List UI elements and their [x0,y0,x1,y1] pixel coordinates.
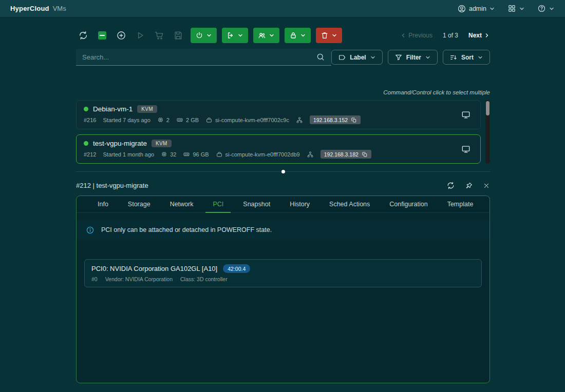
next-page-button[interactable]: Next [468,32,490,39]
pin-button[interactable] [465,182,473,190]
marketplace-cart-button[interactable] [152,28,166,43]
page-count: 1 of 3 [443,32,458,39]
detail-refresh-button[interactable] [446,181,455,190]
topbar-right: admin [445,4,555,13]
select-all-checkbox[interactable] [95,28,109,43]
sort-button[interactable]: Sort [443,50,490,65]
app-title: VMs [53,5,66,12]
vm-cpu: 32 [170,151,176,158]
chevron-down-icon [370,54,376,61]
carousel-pagination [76,169,490,175]
label-button-text: Label [350,54,366,61]
search-input[interactable] [82,53,316,61]
vm-ip-copy-chip[interactable]: 192.168.3.152 [310,115,361,124]
tab-storage[interactable]: Storage [118,196,160,212]
vm-memory: 96 GB [193,151,209,158]
filter-button-text: Filter [406,54,421,61]
previous-page-button[interactable]: Previous [400,32,432,39]
user-name: admin [469,5,486,12]
search-icon[interactable] [316,52,325,62]
migrate-actions-button[interactable] [222,28,248,43]
pci-vendor: Vendor: NVIDIA Corporation [105,276,173,282]
users-icon [258,31,266,40]
vm-card-debian-vm-1[interactable]: Debian-vm-1 KVM #216 Started 7 days ago … [76,100,481,129]
app-root: HyperCloud VMs admin [0,0,565,17]
copy-icon [351,117,357,123]
list-scrollbar[interactable] [485,100,490,164]
tab-template[interactable]: Template [438,196,483,212]
monitor-icon [461,110,471,120]
tab-info[interactable]: Info [88,196,118,212]
vm-ip-copy-chip[interactable]: 192.168.3.182 [321,150,371,159]
chevron-down-icon [206,32,212,38]
refresh-button[interactable] [76,28,90,43]
filter-button[interactable]: Filter [388,50,438,65]
delete-actions-button[interactable] [316,28,342,43]
pci-class: Class: 3D controller [180,276,228,282]
vm-card-test-vgpu-migrate[interactable]: test-vgpu-migrate KVM #212 Started 1 mon… [76,134,481,164]
network-icon [307,151,314,158]
chevron-left-icon [400,32,406,38]
pci-device-card[interactable]: PCI0: NVIDIA Corporation GA102GL [A10] 4… [84,259,482,287]
tab-history[interactable]: History [280,196,319,212]
apps-menu[interactable] [507,4,525,13]
help-menu[interactable] [537,4,555,13]
tab-snapshot[interactable]: Snapshot [233,196,280,212]
next-label: Next [468,32,482,39]
label-tag-icon [338,53,346,62]
chevron-down-icon [425,54,431,61]
tab-configuration[interactable]: Configuration [380,196,437,212]
help-icon [537,4,546,13]
tab-pci[interactable]: PCI [203,196,233,212]
pci-info-alert: PCI only can be attached or detached in … [77,220,489,240]
create-vm-button[interactable] [114,28,128,43]
resume-button[interactable] [133,28,147,43]
user-menu[interactable]: admin [457,4,495,13]
indeterminate-checkbox-icon [98,31,106,40]
ownership-actions-button[interactable] [253,28,279,43]
scrollbar-thumb[interactable] [486,101,489,115]
vnc-console-button[interactable] [459,142,473,156]
label-button[interactable]: Label [331,50,382,65]
search-row: Label Filter [76,49,490,66]
vm-memory: 2 GB [186,117,199,123]
migrate-icon [227,31,235,40]
brand: HyperCloud VMs [10,5,66,12]
pci-address-badge: 42:00.4 [223,264,250,273]
search-bar [76,49,331,66]
vm-running-state-dot [84,107,88,111]
vm-running-state-dot [84,141,88,146]
tab-sched-actions[interactable]: Sched Actions [319,196,380,212]
vm-actions-toolbar [76,28,342,43]
vm-cpu: 2 [166,117,170,123]
chevron-down-icon [237,32,243,38]
vm-ip: 192.168.3.182 [324,151,359,158]
vm-ip: 192.168.3.152 [313,117,348,123]
chevron-down-icon [300,32,306,38]
detail-header: #212 | test-vgpu-migrate [76,181,490,190]
hypervisor-badge: KVM [152,140,172,147]
toolbar-row: Previous 1 of 3 Next [76,28,490,43]
chevron-right-icon [484,32,490,38]
vm-id: #212 [84,151,96,158]
carousel-dot[interactable] [281,170,285,173]
power-actions-button[interactable] [191,28,217,43]
host-drive-icon [216,151,223,158]
host-drive-icon [205,116,213,124]
vm-started: Started 1 month ago [103,151,154,158]
save-backup-button[interactable] [171,28,185,43]
sort-icon [449,53,458,62]
vm-list: Debian-vm-1 KVM #216 Started 7 days ago … [76,100,490,164]
close-icon[interactable] [483,182,490,189]
vm-host: si-compute-kvm-e0fff7002db9 [225,151,300,158]
network-icon [296,116,303,124]
tab-network[interactable]: Network [160,196,203,212]
brand-name: HyperCloud [10,5,49,12]
lock-actions-button[interactable] [285,28,311,43]
lock-icon [289,31,297,40]
vnc-console-button[interactable] [459,108,473,122]
vm-started: Started 7 days ago [103,117,150,123]
pci-device-title: PCI0: NVIDIA Corporation GA102GL [A10] [91,265,217,272]
vm-host: si-compute-kvm-e0fff7002c9c [215,117,289,123]
vm-card-body: Debian-vm-1 KVM #216 Started 7 days ago … [84,105,459,124]
